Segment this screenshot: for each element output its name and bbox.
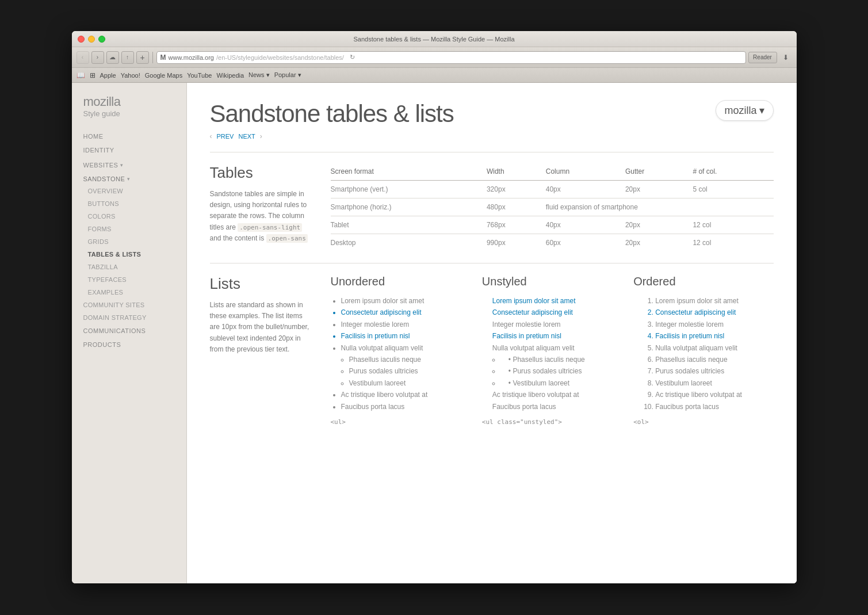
url-path: /en-US/styleguide/websites/sandstone/tab… (216, 54, 344, 61)
unstyled-list: Lorem ipsum dolor sit amet Consectetur a… (482, 295, 622, 412)
bookmark-popular[interactable]: Popular ▾ (274, 71, 301, 79)
chevron-down-icon: ▾ (120, 162, 124, 168)
toolbar-separator (152, 52, 153, 63)
window-title: Sandstone tables & lists — Mozilla Style… (353, 36, 514, 43)
list-item: Facilisis in pretium nisl (341, 330, 471, 342)
cell-cols-0: 5 col (693, 181, 773, 198)
sidebar-item-identity[interactable]: IDENTITY (72, 143, 186, 157)
list-item: Vestibulum laoreet (500, 377, 622, 389)
bookmark-googlemaps[interactable]: Google Maps (145, 72, 182, 79)
browser-toolbar: ‹ › ☁ ↑ + M www.mozilla.org /en-US/style… (72, 47, 797, 68)
sidebar-item-forms[interactable]: FORMS (72, 223, 186, 235)
list-item: Integer molestie lorem (341, 319, 471, 330)
col-header-format: Screen format (331, 164, 487, 181)
cell-cols-3: 12 col (693, 234, 773, 252)
ordered-list-col: Ordered Lorem ipsum dolor sit amet Conse… (633, 275, 773, 426)
list-item: Ac tristique libero volutpat at (341, 389, 471, 400)
close-button[interactable] (78, 36, 85, 43)
new-tab-button[interactable]: + (136, 51, 149, 64)
sidebar-item-tabzilla[interactable]: TABZILLA (72, 261, 186, 273)
sidebar-item-domain-strategy[interactable]: DOMAIN STRATEGY (72, 311, 186, 324)
browser-content: mozilla Style guide HOME IDENTITY WEBSIT… (72, 83, 797, 583)
url-bar[interactable]: M www.mozilla.org /en-US/styleguide/webs… (156, 51, 746, 64)
bookmark-yahoo[interactable]: Yahoo! (121, 72, 140, 79)
tables-description: Tables Sandstone tables are simple in de… (210, 164, 313, 251)
mozilla-brand-button[interactable]: mozilla ▾ (716, 100, 773, 121)
tables-table-area: Screen format Width Column Gutter # of c… (331, 164, 774, 251)
section-divider-2 (210, 263, 774, 263)
cell-format-0: Smartphone (vert.) (331, 181, 487, 198)
logo-name: mozilla (83, 94, 175, 109)
lists-desc-text: Lists are standard as shown in these exa… (210, 300, 313, 355)
grid-icon: ⊞ (90, 71, 95, 79)
col-header-column: Column (546, 164, 625, 181)
table-row: Tablet 768px 40px 20px 12 col (331, 216, 774, 234)
list-item: Nulla volutpat aliquam velit (655, 342, 773, 354)
sidebar-item-colors[interactable]: COLORS (72, 210, 186, 223)
unordered-code-tag: <ul> (331, 418, 471, 426)
list-item: Phasellus iaculis neque (349, 354, 471, 365)
sidebar-item-products[interactable]: PRODUCTS (72, 338, 186, 352)
share-button[interactable]: ↑ (121, 51, 134, 64)
cell-gutter-2: 20px (625, 216, 693, 234)
forward-button[interactable]: › (91, 51, 104, 64)
refresh-button[interactable]: ↻ (350, 54, 355, 61)
sidebar-item-community-sites[interactable]: COMMUNITY SITES (72, 299, 186, 311)
col-header-width: Width (487, 164, 546, 181)
mozilla-brand-text: mozilla ▾ (724, 104, 764, 117)
sidebar-item-examples[interactable]: EXAMPLES (72, 286, 186, 299)
list-item: Vestibulum laoreet (655, 377, 773, 389)
table-row: Desktop 990px 60px 20px 12 col (331, 234, 774, 252)
sidebar-websites-label: WEBSITES (83, 162, 118, 169)
chevron-down-icon: ▾ (127, 176, 131, 182)
lists-heading: Lists (210, 275, 313, 293)
sidebar-item-buttons[interactable]: BUTTONS (72, 197, 186, 210)
back-button[interactable]: ‹ (77, 51, 89, 64)
reader-button[interactable]: Reader (748, 52, 777, 63)
main-content: Sandstone tables & lists ‹ PREV NEXT › m… (187, 83, 797, 583)
sidebar-item-home[interactable]: HOME (72, 129, 186, 143)
next-button[interactable]: NEXT (238, 133, 255, 140)
list-item: Lorem ipsum dolor sit amet (492, 295, 622, 307)
list-item: Integer molestie lorem (492, 319, 622, 330)
list-item: Purus sodales ultricies (349, 365, 471, 377)
bookmark-wikipedia[interactable]: Wikipedia (216, 72, 244, 79)
bookmark-apple[interactable]: Apple (100, 72, 116, 79)
sidebar-item-websites[interactable]: WEBSITES ▾ (72, 157, 186, 171)
tables-desc-text: Sandstone tables are simple in design, u… (210, 189, 313, 244)
list-item: Purus sodales ultricies (655, 365, 773, 377)
unordered-list: Lorem ipsum dolor sit amet Consectetur a… (331, 295, 471, 412)
bookmark-news[interactable]: News ▾ (248, 71, 270, 79)
lists-description: Lists Lists are standard as shown in the… (210, 275, 313, 426)
list-item: Lorem ipsum dolor sit amet (341, 295, 471, 307)
sidebar-item-communications[interactable]: COMMUNICATIONS (72, 324, 186, 338)
prev-button[interactable]: PREV (217, 133, 234, 140)
logo-sub: Style guide (83, 109, 175, 118)
ordered-heading: Ordered (633, 275, 773, 288)
sidebar-item-grids[interactable]: GRIDS (72, 235, 186, 248)
cell-column-0: 40px (546, 181, 625, 198)
sandstone-label: SANDSTONE (83, 175, 125, 182)
downloads-button[interactable]: ⬇ (779, 51, 792, 64)
cell-format-2: Tablet (331, 216, 487, 234)
sidebar-item-sandstone[interactable]: SANDSTONE ▾ (72, 171, 186, 185)
minimize-button[interactable] (88, 36, 95, 43)
sidebar-item-overview[interactable]: OVERVIEW (72, 185, 186, 197)
maximize-button[interactable] (98, 36, 105, 43)
bookmark-youtube[interactable]: YouTube (187, 72, 212, 79)
nav-arrows: ‹ PREV NEXT › (210, 132, 454, 140)
titlebar: Sandstone tables & lists — Mozilla Style… (72, 31, 797, 47)
sidebar: mozilla Style guide HOME IDENTITY WEBSIT… (72, 83, 187, 583)
sidebar-item-tables-lists[interactable]: TABLES & LISTS (72, 248, 186, 261)
bookmarks-bar: 📖 ⊞ Apple Yahoo! Google Maps YouTube Wik… (72, 68, 797, 83)
unordered-list-col: Unordered Lorem ipsum dolor sit amet Con… (331, 275, 471, 426)
page-header: Sandstone tables & lists ‹ PREV NEXT › m… (210, 100, 774, 140)
cloud-button[interactable]: ☁ (106, 51, 119, 64)
list-item: Purus sodales ultricies (500, 365, 622, 377)
list-item: Consectetur adipiscing elit (655, 307, 773, 318)
list-item: Nulla volutpat aliquam velit (341, 342, 471, 354)
sidebar-item-typefaces[interactable]: TYPEFACES (72, 273, 186, 286)
list-item: Phasellus iaculis neque (655, 354, 773, 365)
code-open-sans-light: .open-sans-light (238, 223, 302, 232)
window-controls[interactable] (78, 36, 105, 43)
